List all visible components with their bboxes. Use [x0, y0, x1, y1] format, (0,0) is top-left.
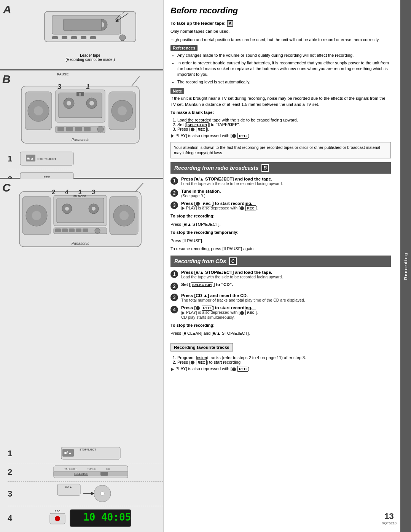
radio-step-3: 3 Press [ REC] to start recording. PLAY]…	[170, 201, 391, 210]
svg-text:STOP/EJECT: STOP/EJECT	[37, 157, 56, 161]
section-c-device: FM MODE CLEAR 2 4 1 3	[16, 182, 161, 255]
caption-line2: (Recording cannot be made.)	[65, 58, 115, 62]
svg-text:SELECTOR: SELECTOR	[74, 473, 88, 475]
c-step1-num: 1	[8, 449, 18, 459]
fav-step-1: Program desired tracks (refer to steps 2…	[177, 355, 391, 360]
section-c-label: C	[2, 181, 11, 194]
page-number-area: 13 RQT5210	[382, 511, 397, 525]
note-text: If the unit is brought near a TV set dur…	[170, 96, 391, 107]
rqt-number: RQT5210	[382, 521, 397, 525]
caption-line1: Leader tape	[65, 53, 115, 58]
svg-rect-70	[76, 228, 81, 232]
radio-step2-title: Tune in the station.	[181, 189, 391, 193]
blank-play-note: PLAY] is also depressed with [ REC].	[170, 133, 391, 139]
svg-text:CD: CD	[106, 468, 110, 470]
svg-point-21	[118, 106, 127, 115]
c-step4-img: REC 10 40:05	[18, 508, 163, 529]
cd-steps: 1 Press [■/▲ STOP/EJECT] and load the ta…	[170, 270, 391, 372]
fav-steps-list: Program desired tracks (refer to steps 2…	[170, 355, 391, 364]
ref-bullet-2: The recording level is set automatically…	[177, 79, 391, 85]
cd-step2-circle: 2	[170, 283, 178, 290]
leader-tape-heading: To take up the leader tape:	[170, 21, 226, 26]
cd-step4-circle: 4	[170, 306, 178, 313]
left-panel: A	[0, 0, 164, 532]
note-label: Note	[170, 88, 184, 94]
c-step2-num: 2	[8, 467, 18, 477]
svg-text:II: II	[79, 93, 81, 96]
rec-box-2: REC	[237, 133, 248, 139]
cd-step3-content: Press [CD ▲] and insert the CD. The tota…	[181, 293, 391, 302]
cd-insert-icon: CD ▲	[57, 483, 125, 504]
c-step3-img: CD ▲	[18, 483, 163, 504]
play-tri-r3	[182, 206, 185, 210]
cd-step3-circle: 3	[170, 294, 178, 301]
svg-text:1: 1	[78, 189, 82, 195]
svg-point-50	[32, 211, 41, 220]
cd-step1-content: Press [■/▲ STOP/EJECT] and load the tape…	[181, 270, 391, 279]
svg-text:1: 1	[86, 83, 90, 91]
svg-rect-67	[55, 228, 61, 232]
svg-point-18	[34, 106, 43, 115]
rec-dot-r3b	[240, 206, 244, 210]
fav-step-2: Press [ REC] to start recording.	[177, 360, 391, 364]
svg-text:REC: REC	[44, 176, 50, 179]
section-b: B PAUSE	[0, 70, 163, 179]
fav-tracks-label: Recording favourite tracks	[170, 343, 233, 351]
leader-tape-letter: A	[227, 21, 233, 26]
cd-stop-heading: To stop the recording:	[170, 323, 391, 328]
stop-eject-c-icon: STOP/EJECT ■/▲	[61, 446, 121, 461]
section-a-caption: Leader tape (Recording cannot be made.)	[65, 53, 115, 62]
svg-text:Panasonic: Panasonic	[72, 138, 89, 142]
c-step1-img: STOP/EJECT ■/▲	[18, 446, 163, 461]
rec-box: REC	[196, 126, 207, 132]
radio-step1-circle: 1	[170, 177, 178, 185]
cd-letter-badge: C	[229, 257, 237, 265]
cd-step1-sub: Load the tape with the side to be record…	[181, 275, 391, 279]
radio-step1-title: Press [■/▲ STOP/EJECT] and load the tape…	[181, 177, 391, 181]
rec-dot-fav2	[232, 367, 236, 371]
play-triangle-icon	[171, 134, 174, 138]
radio-step2-circle: 2	[170, 189, 178, 197]
radio-title: Recording from radio broadcasts	[174, 165, 258, 171]
radio-step3-title: Press [ REC] to start recording.	[181, 201, 391, 206]
svg-text:FM MODE: FM MODE	[73, 195, 86, 198]
cd-title: Recording from CDs	[174, 258, 226, 264]
c-steps: 1 STOP/EJECT ■/▲ 2	[4, 444, 163, 530]
radio-step3-sub: PLAY] is also depressed with [ REC].	[181, 206, 391, 210]
svg-text:10  40:05: 10 40:05	[83, 511, 131, 523]
radio-step1-sub: Load the tape with the side to be record…	[181, 181, 391, 186]
svg-rect-35	[75, 127, 82, 131]
cd-step4-sub1: PLAY] is also depressed with [ REC].	[181, 310, 391, 315]
section-b-device: II 3 1 Panasonic	[18, 75, 161, 152]
svg-rect-69	[69, 228, 75, 232]
fav-tracks-section: Recording favourite tracks	[170, 340, 391, 353]
svg-point-72	[95, 228, 100, 233]
rec-dot-icon	[191, 128, 194, 131]
svg-point-92	[55, 516, 60, 521]
recording-sidebar-label: Recording	[400, 0, 411, 532]
c-step2-img: TAPE/OFF TUNER CD SELECTOR	[18, 465, 163, 480]
svg-text:TAPE/OFF: TAPE/OFF	[64, 468, 77, 470]
svg-text:■/▲: ■/▲	[64, 451, 72, 455]
rec-display-icon: REC 10 40:05	[49, 508, 133, 529]
svg-text:CD ▲: CD ▲	[65, 486, 72, 488]
radio-step-2: 2 Tune in the station. (See page 9.)	[170, 189, 391, 198]
play-tri-cd4	[182, 311, 185, 315]
svg-text:■/▲: ■/▲	[27, 156, 34, 160]
blank-step-2: Press [ REC].	[177, 127, 391, 131]
fav-play-note: PLAY] is also depressed with [ REC].	[170, 366, 391, 372]
svg-rect-12	[81, 36, 86, 39]
svg-rect-11	[71, 36, 77, 39]
c-step-3: 3 CD ▲	[8, 482, 163, 506]
radio-recording-heading: Recording from radio broadcasts B	[170, 162, 391, 174]
c-step4-num: 4	[8, 513, 18, 523]
svg-text:3: 3	[92, 189, 95, 195]
cd-step4-sub2: CD play starts simultaneously.	[181, 315, 391, 320]
svg-text:2: 2	[51, 189, 55, 195]
radio-stop-temp-heading: To stop the recording temporarily:	[170, 230, 391, 235]
radio-step-1: 1 Press [■/▲ STOP/EJECT] and load the ta…	[170, 177, 391, 186]
radio-step1-content: Press [■/▲ STOP/EJECT] and load the tape…	[181, 177, 391, 186]
boombox-b: II 3 1 Panasonic	[18, 75, 147, 151]
cd-step-1: 1 Press [■/▲ STOP/EJECT] and load the ta…	[170, 270, 391, 279]
svg-rect-6	[64, 19, 102, 30]
